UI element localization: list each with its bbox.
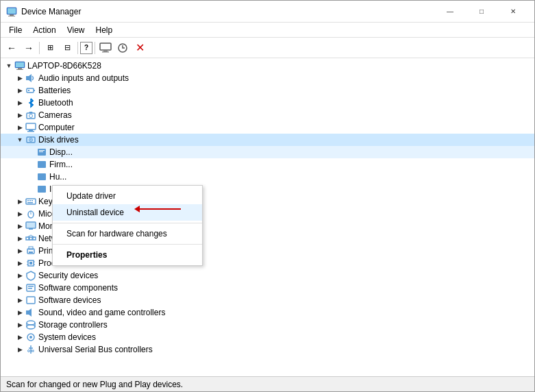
toolbar-separator-3 <box>95 42 95 54</box>
disk-label: Disk drives <box>38 135 79 145</box>
svg-rect-49 <box>29 252 33 253</box>
menu-help[interactable]: Help <box>90 24 119 36</box>
ctx-scan-hardware[interactable]: Scan for hardware changes <box>53 225 202 242</box>
print-icon <box>25 245 36 256</box>
ctx-separator-1 <box>53 223 202 223</box>
svg-rect-41 <box>29 228 33 230</box>
ctx-update-driver[interactable]: Update driver <box>53 188 202 204</box>
forward-button[interactable]: → <box>21 40 37 56</box>
tree-software-dev[interactable]: ▶ Software devices <box>1 294 534 306</box>
svg-rect-32 <box>26 199 36 204</box>
bluetooth-label: Bluetooth <box>38 98 73 108</box>
arrow-line <box>140 208 181 210</box>
sw-comp-label: Software components <box>38 283 118 293</box>
device-manager-window: Device Manager — □ ✕ File Action View He… <box>0 0 535 392</box>
svg-rect-27 <box>39 150 45 151</box>
security-arrow[interactable]: ▶ <box>14 270 25 281</box>
window-controls: — □ ✕ <box>434 1 529 23</box>
processors-arrow[interactable]: ▶ <box>14 258 25 269</box>
monitors-arrow[interactable]: ▶ <box>14 221 25 232</box>
svg-rect-57 <box>28 286 34 287</box>
network-arrow[interactable]: ▶ <box>14 233 25 244</box>
menu-bar: File Action View Help <box>1 23 534 38</box>
uninstall-button[interactable]: ✕ <box>132 40 148 56</box>
disk-sub2-label: Firm... <box>49 160 73 169</box>
tree-storage[interactable]: ▶ Storage controllers <box>1 319 534 331</box>
app-icon <box>6 6 17 17</box>
arrow-annotation <box>134 206 181 212</box>
toolbar-separator-1 <box>39 42 40 54</box>
disk-icon <box>25 134 36 145</box>
system-arrow[interactable]: ▶ <box>14 332 25 343</box>
svg-rect-34 <box>29 200 31 201</box>
sw-comp-icon <box>25 282 36 293</box>
main-content: ▼ LAPTOP-8D66K528 ▶ <box>1 58 534 376</box>
maximize-button[interactable]: □ <box>466 1 497 23</box>
tree-audio[interactable]: ▶ Audio inputs and outputs <box>1 72 534 84</box>
cameras-arrow[interactable]: ▶ <box>14 110 25 121</box>
processors-icon <box>25 258 36 269</box>
root-arrow[interactable]: ▼ <box>3 60 14 71</box>
tree-security[interactable]: ▶ Security devices <box>1 269 534 282</box>
title-bar: Device Manager — □ ✕ <box>1 1 534 23</box>
scan-button[interactable] <box>114 40 131 56</box>
close-button[interactable]: ✕ <box>497 1 529 23</box>
sw-dev-arrow[interactable]: ▶ <box>14 295 25 306</box>
bluetooth-arrow[interactable]: ▶ <box>14 97 25 108</box>
storage-arrow[interactable]: ▶ <box>14 319 25 330</box>
help-button[interactable]: ? <box>80 42 92 54</box>
arrow-head <box>134 206 140 212</box>
svg-rect-44 <box>33 237 36 240</box>
sound-label: Sound, video and game controllers <box>38 308 165 317</box>
sw-comp-arrow[interactable]: ▶ <box>14 282 25 293</box>
mice-arrow[interactable]: ▶ <box>14 208 25 219</box>
menu-file[interactable]: File <box>3 24 27 36</box>
storage-icon <box>25 319 36 330</box>
back-button[interactable]: ← <box>3 40 20 56</box>
print-arrow[interactable]: ▶ <box>14 245 25 256</box>
tree-usb[interactable]: ▶ Universal Serial Bus controllers <box>1 343 534 356</box>
computer-label: Computer <box>38 123 75 132</box>
network-icon <box>25 233 36 244</box>
audio-arrow[interactable]: ▶ <box>14 73 25 84</box>
tree-software-comp[interactable]: ▶ Software components <box>1 282 534 294</box>
svg-point-25 <box>30 139 32 140</box>
batteries-label: Batteries <box>38 86 71 95</box>
tree-disk-sub2[interactable]: Firm... <box>1 158 534 171</box>
tree-disk-sub1[interactable]: Disp... <box>1 146 534 158</box>
sound-icon <box>25 307 36 318</box>
audio-icon <box>25 73 36 84</box>
computer-arrow[interactable]: ▶ <box>14 122 25 133</box>
root-icon <box>14 60 25 71</box>
computer-button[interactable] <box>97 40 114 56</box>
ctx-properties[interactable]: Properties <box>53 247 202 263</box>
usb-icon <box>25 344 36 355</box>
svg-rect-10 <box>18 68 22 69</box>
tree-root[interactable]: ▼ LAPTOP-8D66K528 <box>1 60 534 72</box>
collapse-button[interactable]: ⊟ <box>59 40 75 56</box>
tree-bluetooth[interactable]: ▶ Bluetooth <box>1 97 534 109</box>
svg-rect-21 <box>29 130 33 131</box>
svg-rect-43 <box>29 237 32 240</box>
tree-cameras[interactable]: ▶ Cameras <box>1 109 534 121</box>
batteries-arrow[interactable]: ▶ <box>14 85 25 96</box>
tree-computer[interactable]: ▶ Computer <box>1 121 534 134</box>
usb-arrow[interactable]: ▶ <box>14 344 25 355</box>
tree-batteries[interactable]: ▶ Batteries <box>1 84 534 97</box>
menu-view[interactable]: View <box>62 24 90 36</box>
expand-button[interactable]: ⊞ <box>42 40 58 56</box>
disk-arrow[interactable]: ▼ <box>14 134 25 145</box>
svg-rect-5 <box>103 50 108 51</box>
tree-system[interactable]: ▶ System devices <box>1 331 534 343</box>
tree-disk-sub3[interactable]: Hu... <box>1 171 534 183</box>
tree-sound[interactable]: ▶ Sound, video and game controllers <box>1 306 534 319</box>
minimize-button[interactable]: — <box>434 1 466 23</box>
keyboards-arrow[interactable]: ▶ <box>14 196 25 207</box>
tree-disk-drives[interactable]: ▼ Disk drives <box>1 134 534 146</box>
sound-arrow[interactable]: ▶ <box>14 307 25 318</box>
svg-rect-59 <box>27 297 35 304</box>
disk-sub3-label: Hu... <box>49 172 66 182</box>
window-title: Device Manager <box>21 7 434 16</box>
menu-action[interactable]: Action <box>27 24 61 36</box>
device-tree[interactable]: ▼ LAPTOP-8D66K528 ▶ <box>1 58 534 376</box>
